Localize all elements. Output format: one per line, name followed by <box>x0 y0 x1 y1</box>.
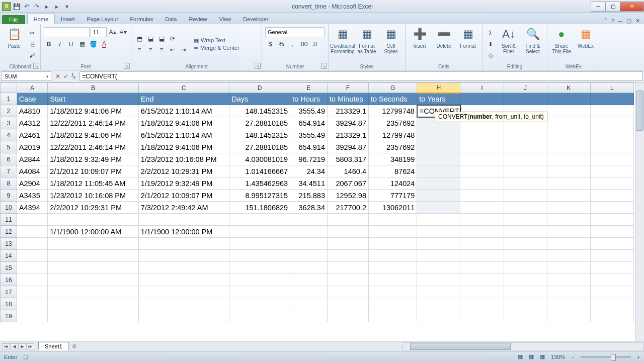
cell[interactable]: Start <box>48 93 138 105</box>
select-all-button[interactable] <box>1 83 17 93</box>
cell[interactable]: A2461 <box>17 129 48 141</box>
cell[interactable] <box>547 238 590 250</box>
open-icon[interactable]: ▸ <box>52 2 61 11</box>
font-face-select[interactable] <box>44 27 90 37</box>
cell[interactable] <box>229 226 290 238</box>
cell[interactable] <box>48 274 138 286</box>
cell[interactable]: 148.1452315 <box>229 105 290 117</box>
cell[interactable] <box>547 153 590 165</box>
maximize-button[interactable]: ▢ <box>605 2 620 12</box>
cell[interactable] <box>460 165 504 177</box>
cell[interactable] <box>138 214 229 226</box>
row-header-2[interactable]: 2 <box>1 105 17 117</box>
cell[interactable]: 215.883 <box>290 190 328 202</box>
sort-filter-button[interactable]: A↓Sort & Filter <box>498 25 520 63</box>
cell[interactable]: A2844 <box>17 153 48 165</box>
cell[interactable]: 1/1/1900 12:00:00 PM <box>138 226 229 238</box>
row-header-15[interactable]: 15 <box>1 262 17 274</box>
cell[interactable] <box>460 262 504 274</box>
cell[interactable]: 654.914 <box>290 141 328 153</box>
cell[interactable] <box>460 310 504 322</box>
cancel-formula-icon[interactable]: ✕ <box>55 73 60 80</box>
cell[interactable]: 2/2/2012 10:29:31 PM <box>48 202 138 214</box>
cell[interactable] <box>504 250 547 262</box>
row-header-16[interactable]: 16 <box>1 274 17 286</box>
row-header-1[interactable]: 1 <box>1 93 17 105</box>
cell[interactable] <box>290 298 328 310</box>
cell[interactable] <box>48 250 138 262</box>
cell[interactable] <box>327 214 368 226</box>
undo-icon[interactable]: ↶ <box>22 2 31 11</box>
cell[interactable]: 12799748 <box>368 105 417 117</box>
cell[interactable]: 1/18/2012 9:41:06 PM <box>138 141 229 153</box>
cell[interactable] <box>417 226 460 238</box>
column-header-H[interactable]: H <box>417 83 460 93</box>
new-sheet-icon[interactable]: ⊕ <box>72 343 76 349</box>
cell[interactable]: to Minutes <box>327 93 368 105</box>
percent-icon[interactable]: % <box>276 39 286 49</box>
bold-icon[interactable]: B <box>44 39 54 49</box>
cell[interactable] <box>590 165 633 177</box>
cell[interactable] <box>504 93 547 105</box>
cell[interactable] <box>547 286 590 298</box>
cell[interactable]: 87624 <box>368 165 417 177</box>
cell[interactable]: 12/22/2011 2:46:14 PM <box>48 117 138 129</box>
view-normal-icon[interactable]: ▦ <box>518 353 523 360</box>
excel-icon[interactable]: X <box>2 2 11 11</box>
cell[interactable]: 1/19/2012 9:32:49 PM <box>138 177 229 190</box>
formula-input[interactable]: =CONVERT( <box>79 71 643 81</box>
cell[interactable]: to Seconds <box>368 93 417 105</box>
cell[interactable]: 1.435462963 <box>229 177 290 190</box>
indent-decrease-icon[interactable]: ⇤ <box>168 45 178 55</box>
cell[interactable] <box>590 177 633 190</box>
font-color-icon[interactable]: A <box>99 39 109 49</box>
cell[interactable]: 348199 <box>368 153 417 165</box>
orientation-icon[interactable]: ⟳ <box>168 34 178 44</box>
cell[interactable] <box>48 298 138 310</box>
cell[interactable]: 1/18/2012 9:41:06 PM <box>48 105 138 117</box>
cell[interactable] <box>547 117 590 129</box>
row-header-18[interactable]: 18 <box>1 298 17 310</box>
align-left-icon[interactable]: ≡ <box>134 45 144 55</box>
cell[interactable] <box>460 177 504 190</box>
cell[interactable] <box>547 129 590 141</box>
cell[interactable] <box>504 153 547 165</box>
cell[interactable] <box>460 190 504 202</box>
cell[interactable] <box>368 226 417 238</box>
cell[interactable]: 24.34 <box>290 165 328 177</box>
sheet-prev-icon[interactable]: ◀ <box>10 343 18 349</box>
cell[interactable]: 34.4511 <box>290 177 328 190</box>
cell[interactable] <box>229 214 290 226</box>
cell[interactable] <box>48 262 138 274</box>
cell[interactable]: 27.28810185 <box>229 141 290 153</box>
row-header-12[interactable]: 12 <box>1 226 17 238</box>
cell[interactable] <box>417 286 460 298</box>
cell[interactable]: 1/18/2012 9:32:49 PM <box>48 153 138 165</box>
cell[interactable] <box>229 250 290 262</box>
cell[interactable]: 654.914 <box>290 117 328 129</box>
cell[interactable] <box>504 274 547 286</box>
italic-icon[interactable]: I <box>55 39 65 49</box>
cell[interactable] <box>290 214 328 226</box>
cell[interactable] <box>504 238 547 250</box>
cell[interactable]: 5803.317 <box>327 153 368 165</box>
cell[interactable]: A2904 <box>17 177 48 190</box>
cell[interactable]: 3628.34 <box>290 202 328 214</box>
column-header-G[interactable]: G <box>368 83 417 93</box>
number-format-select[interactable]: General <box>265 27 325 37</box>
cell[interactable] <box>590 262 633 274</box>
cell[interactable] <box>327 262 368 274</box>
tab-developer[interactable]: Developer <box>237 14 274 24</box>
decrease-decimal-icon[interactable]: .0 <box>309 39 319 49</box>
cell[interactable] <box>504 190 547 202</box>
cell[interactable] <box>138 310 229 322</box>
cell[interactable] <box>590 141 633 153</box>
cell[interactable] <box>229 310 290 322</box>
cell[interactable] <box>460 93 504 105</box>
sheet-next-icon[interactable]: ▶ <box>18 343 26 349</box>
cell[interactable] <box>504 286 547 298</box>
cell[interactable] <box>547 105 590 117</box>
currency-icon[interactable]: $ <box>265 39 275 49</box>
cell[interactable]: 3555.49 <box>290 129 328 141</box>
cell[interactable] <box>590 226 633 238</box>
